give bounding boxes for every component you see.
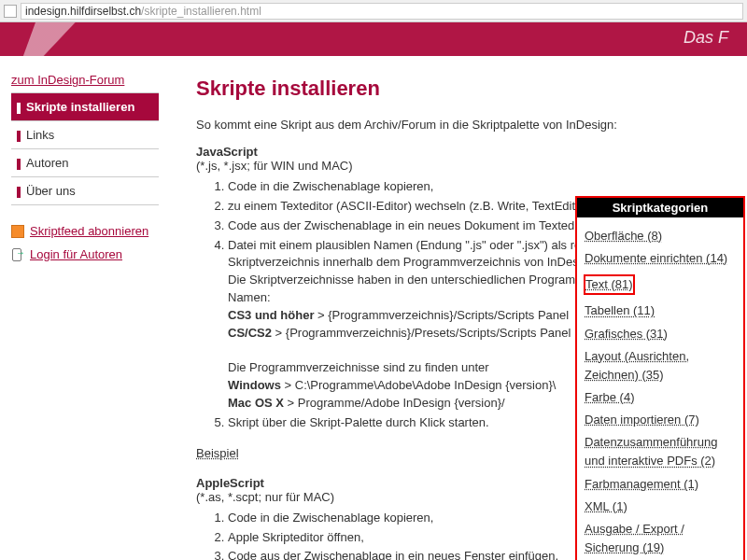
js-heading: JavaScript	[196, 145, 258, 159]
page-icon	[4, 5, 17, 18]
sidebar: zum InDesign-Forum Skripte installieren …	[0, 65, 159, 560]
url-path: /skripte_installieren.html	[141, 5, 261, 18]
as-heading: AppleScript	[196, 476, 264, 490]
nav-item-links[interactable]: Links	[11, 120, 159, 148]
nav-label: Links	[26, 128, 54, 142]
forum-link[interactable]: zum InDesign-Forum	[11, 73, 159, 87]
url-field[interactable]: indesign.hilfdirselbst.ch/skripte_instal…	[21, 3, 743, 20]
cat-datenzusammen[interactable]: Datenzusammenführung und interaktive PDF…	[585, 433, 736, 470]
as-ext: (*.as, *.scpt; nur für MAC)	[196, 490, 334, 504]
category-header: Skriptkategorien	[577, 198, 743, 217]
nav-marker-icon	[17, 187, 21, 198]
rss-link[interactable]: Skriptfeed abonnieren	[11, 224, 159, 238]
url-host: indesign.hilfdirselbst.ch	[25, 5, 141, 18]
cat-grafisches[interactable]: Grafisches (31)	[585, 325, 736, 343]
nav-label: Skripte installieren	[26, 100, 134, 114]
cat-farbmanagement[interactable]: Farbmanagement (1)	[585, 475, 736, 494]
cat-layout[interactable]: Layout (Ausrichten, Zeichnen) (35)	[585, 347, 736, 385]
nav-marker-icon	[17, 131, 21, 142]
login-label: Login für Autoren	[30, 247, 122, 261]
cat-xml[interactable]: XML (1)	[585, 497, 736, 516]
page-title: Skripte installieren	[196, 77, 730, 101]
cat-oberflaeche[interactable]: Oberfläche (8)	[585, 227, 736, 245]
nav-marker-icon	[17, 159, 21, 170]
cat-text[interactable]: Text (81)	[585, 275, 634, 294]
nav-label: Autoren	[26, 156, 69, 170]
nav-marker-icon	[17, 103, 21, 114]
rss-label: Skriptfeed abonnieren	[30, 224, 148, 238]
example-link[interactable]: Beispiel	[196, 446, 239, 460]
cat-daten-import[interactable]: Daten importieren (7)	[585, 411, 736, 429]
login-icon	[11, 248, 24, 261]
nav-item-ueber-uns[interactable]: Über uns	[11, 176, 159, 205]
nav-label: Über uns	[26, 184, 76, 198]
banner-decoration	[18, 22, 150, 56]
nav-item-autoren[interactable]: Autoren	[11, 148, 159, 176]
cat-dokumente[interactable]: Dokumente einrichten (14)	[585, 249, 736, 268]
category-box: Skriptkategorien Oberfläche (8) Dokument…	[575, 196, 745, 560]
site-banner: Das F	[0, 22, 747, 56]
js-ext: (*.js, *.jsx; für WIN und MAC)	[196, 159, 353, 173]
intro-text: So kommt eine Skript aus dem Archiv/Foru…	[196, 118, 730, 132]
cat-tabellen[interactable]: Tabellen (11)	[585, 301, 736, 320]
main-content: Skripte installieren So kommt eine Skrip…	[159, 65, 747, 560]
rss-icon	[11, 225, 24, 238]
browser-address-bar: indesign.hilfdirselbst.ch/skripte_instal…	[0, 0, 747, 22]
cat-ausgabe[interactable]: Ausgabe / Export / Sicherung (19)	[585, 520, 736, 557]
login-link[interactable]: Login für Autoren	[11, 247, 159, 261]
cat-farbe[interactable]: Farbe (4)	[585, 388, 736, 407]
nav-item-skripte-installieren[interactable]: Skripte installieren	[11, 92, 159, 120]
banner-text: Das F	[684, 28, 728, 48]
js-step-1: Code in die Zwischenablage kopieren,	[228, 178, 730, 196]
